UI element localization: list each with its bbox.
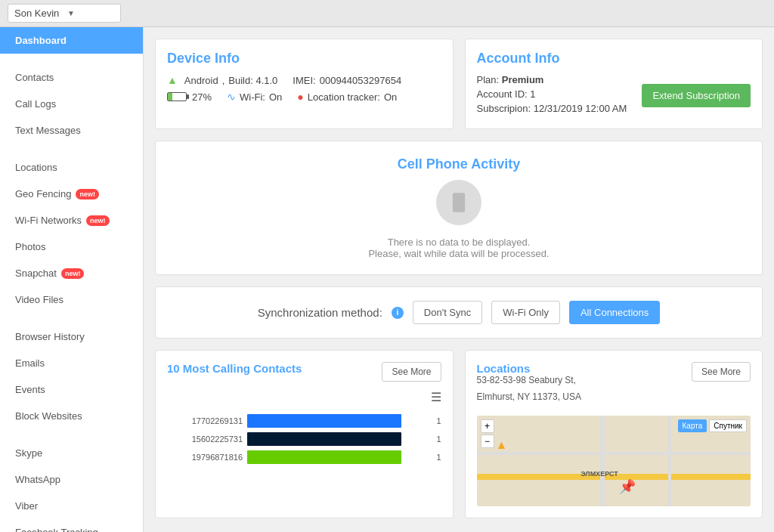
os-label: Android — [184, 75, 218, 86]
account-info-title: Account Info — [477, 51, 751, 66]
sidebar-item-locations[interactable]: Locations — [0, 154, 143, 181]
subscription-value: 12/31/2019 12:00 AM — [534, 103, 627, 114]
sidebar-item-geo-fencing[interactable]: Geo Fencing new! — [0, 181, 143, 207]
sidebar-item-wifi-networks[interactable]: Wi-Fi Networks new! — [0, 207, 143, 234]
map-zoom-in-button[interactable]: + — [481, 419, 494, 433]
map-sputnik-button[interactable]: Спутник — [709, 419, 747, 432]
all-connections-button[interactable]: All Connections — [569, 301, 660, 324]
imei-label: IMEI: — [293, 75, 315, 86]
battery-bar — [167, 92, 187, 101]
sidebar-item-label: WhatsApp — [15, 474, 60, 485]
locations-see-more-button[interactable]: See More — [692, 362, 751, 382]
map-controls: Карта Спутник — [678, 419, 747, 432]
sidebar-item-snapchat[interactable]: Snapchat new! — [0, 260, 143, 286]
device-info-title: Device Info — [167, 51, 441, 66]
contacts-card-title: 10 Most Calling Contacts — [167, 362, 302, 375]
sidebar-item-label: Geo Fencing — [15, 188, 71, 200]
sidebar-item-events[interactable]: Events — [0, 376, 143, 403]
plan-label: Plan: — [477, 74, 500, 85]
sidebar-divider-2 — [0, 144, 143, 154]
sidebar-divider-4 — [0, 429, 143, 440]
sidebar-item-label: Contacts — [15, 72, 54, 83]
bar-label: 17702269131 — [167, 416, 243, 425]
device-info-row-1: ▲ Android, Build: 4.1.0 IMEI: 0009440532… — [167, 74, 441, 86]
device-selector[interactable]: Son Kevin ▼ — [8, 4, 121, 23]
device-info-row-2: 27% ∿ Wi-Fi: On ● Location tracker: On — [167, 91, 441, 103]
sidebar-item-text-messages[interactable]: Text Messages — [0, 117, 143, 144]
most-calling-contacts-card: 10 Most Calling Contacts See More ☰ 1770… — [155, 350, 454, 518]
locations-card-header: Locations 53-82-53-98 Seabury St, Elmhur… — [477, 362, 751, 408]
contacts-card-header: 10 Most Calling Contacts See More — [167, 362, 441, 382]
battery-fill — [168, 93, 172, 101]
svg-rect-0 — [453, 193, 465, 212]
bar-row: 15602225731 1 — [167, 432, 441, 446]
sidebar-item-emails[interactable]: Emails — [0, 350, 143, 376]
map-carta-button[interactable]: Карта — [678, 419, 707, 432]
location-pin-icon: ● — [297, 91, 303, 103]
wifi-icon: ∿ — [227, 91, 236, 103]
map-road-vertical — [600, 416, 605, 506]
sidebar-item-video-files[interactable]: Video Files — [0, 286, 143, 313]
sidebar-divider-1 — [0, 54, 143, 64]
cell-phone-activity-card: Cell Phone Activity There is no data to … — [155, 141, 763, 275]
device-info-card: Device Info ▲ Android, Build: 4.1.0 IMEI… — [155, 39, 454, 129]
activity-title: Cell Phone Activity — [171, 156, 747, 172]
sidebar-item-label: Snapchat — [15, 268, 57, 279]
sidebar-item-block-websites[interactable]: Block Websites — [0, 403, 143, 429]
sidebar-item-skype[interactable]: Skype — [0, 440, 143, 466]
dropdown-arrow: ▼ — [67, 9, 114, 17]
sync-method-card: Synchronization method: i Don't Sync Wi-… — [155, 286, 763, 339]
bar-container — [247, 450, 429, 464]
sidebar-item-label: Text Messages — [15, 125, 81, 136]
address-line-2: Elmhurst, NY 11373, USA — [477, 391, 582, 402]
sidebar-item-label: Viber — [15, 500, 38, 512]
plan-row: Plan: Premium — [477, 74, 627, 85]
new-badge: new! — [61, 268, 85, 279]
imei-value: 000944053297654 — [320, 75, 401, 86]
sidebar-item-photos[interactable]: Photos — [0, 234, 143, 260]
account-info-inner: Plan: Premium Account ID: 1 Subscripion:… — [477, 74, 751, 117]
sync-info-icon[interactable]: i — [392, 307, 404, 319]
sidebar-item-contacts[interactable]: Contacts — [0, 64, 143, 91]
os-info: ▲ Android, Build: 4.1.0 — [167, 74, 277, 86]
location-label: Location tracker: — [308, 91, 380, 103]
dont-sync-button[interactable]: Don't Sync — [413, 301, 482, 324]
chart-menu-icon[interactable]: ☰ — [167, 390, 441, 404]
plan-value: Premium — [502, 74, 544, 85]
sidebar-item-whatsapp[interactable]: WhatsApp — [0, 466, 143, 493]
map-zoom-out-button[interactable]: − — [481, 435, 494, 448]
bar-fill — [247, 432, 401, 446]
account-id-value: 1 — [530, 88, 535, 100]
bar-row: 17702269131 1 — [167, 414, 441, 428]
map-location-pin: 📌 — [619, 478, 636, 495]
sidebar-divider-3 — [0, 313, 143, 323]
imei-info: IMEI: 000944053297654 — [293, 75, 401, 86]
bar-chart: 17702269131 1 15602225731 1 19796871816 … — [167, 410, 441, 472]
bar-label: 19796871816 — [167, 453, 243, 462]
sidebar-item-browser-history[interactable]: Browser History — [0, 323, 143, 350]
account-info-card: Account Info Plan: Premium Account ID: 1… — [465, 39, 763, 129]
locations-header-left: Locations 53-82-53-98 Seabury St, Elmhur… — [477, 362, 582, 408]
sidebar-item-call-logs[interactable]: Call Logs — [0, 91, 143, 117]
sidebar: Dashboard Contacts Call Logs Text Messag… — [0, 27, 144, 532]
sidebar-item-label: Events — [15, 384, 45, 395]
sidebar-item-dashboard[interactable]: Dashboard — [0, 27, 143, 54]
sidebar-item-label: Skype — [15, 447, 42, 459]
bar-count: 1 — [436, 435, 441, 444]
subscription-row: Subscripion: 12/31/2019 12:00 AM — [477, 103, 627, 114]
bar-count: 1 — [436, 416, 441, 425]
sidebar-item-facebook-tracking[interactable]: Facebook Tracking — [0, 519, 143, 532]
extend-subscription-button[interactable]: Extend Subscription — [642, 84, 751, 107]
sidebar-item-viber[interactable]: Viber — [0, 493, 143, 519]
locations-card-title: Locations — [477, 362, 531, 375]
battery-info: 27% — [167, 91, 212, 103]
bar-container — [247, 414, 429, 428]
wifi-only-button[interactable]: Wi-Fi Only — [491, 301, 560, 324]
contacts-see-more-button[interactable]: See More — [382, 362, 441, 382]
build-label: Build: 4.1.0 — [228, 75, 277, 86]
map-street-label: ЭЛМХЕРСТ — [580, 470, 618, 478]
new-badge: new! — [76, 189, 99, 200]
bar-container — [247, 432, 429, 446]
sidebar-item-label: Browser History — [15, 331, 85, 342]
content-area: Device Info ▲ Android, Build: 4.1.0 IMEI… — [144, 27, 774, 532]
